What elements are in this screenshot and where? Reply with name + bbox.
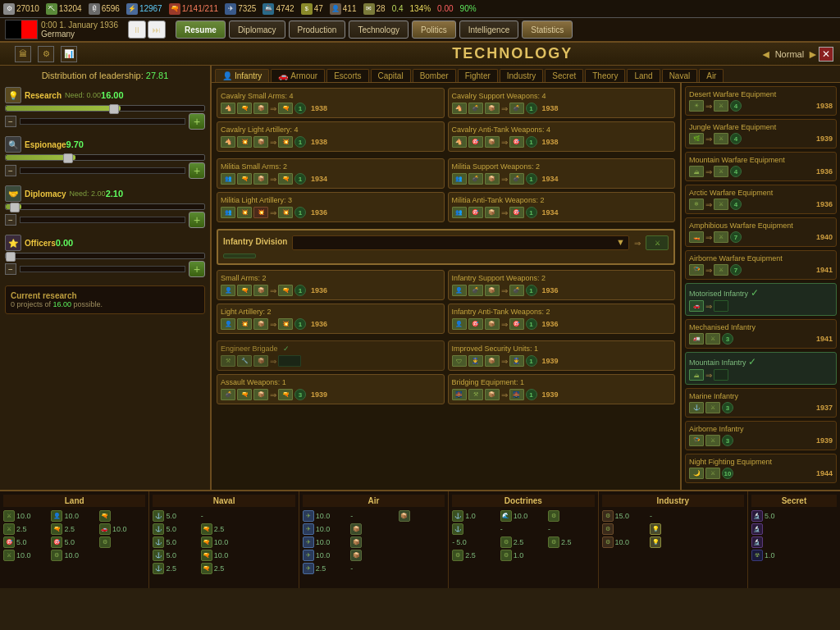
naval-item[interactable]: ⚓5.0 [153, 523, 199, 535]
land-item[interactable]: 👤10.0 [51, 510, 97, 522]
doctrine-item[interactable]: ⚓1.0 [452, 510, 498, 522]
intelligence-button[interactable]: Intelligence [459, 21, 519, 39]
cavalry-support-weapons-card[interactable]: Cavalry Support Weapons: 4 🐴 💣 📦 ⇒ 💣 1 1… [448, 88, 676, 118]
naval-item[interactable]: 🔫10.0 [201, 536, 247, 548]
diplomacy-handle[interactable] [10, 203, 20, 212]
industry-item[interactable] [697, 523, 743, 535]
naval-item[interactable] [249, 536, 294, 548]
cavalry-small-arms-card[interactable]: Cavalry Small Arms: 4 🐴 🔫 📦 ⇒ 🔫 1 1938 [217, 88, 445, 118]
militia-support-weapons-card[interactable]: Militia Support Weapons: 2 👥 💣 📦 ⇒ 💣 1 1… [448, 158, 676, 189]
research-minus-btn[interactable]: − [5, 116, 16, 127]
assault-weapons-card[interactable]: Assault Weapons: 1 💣 🔫 📦 ⇒ 🔫 3 1939 [217, 374, 445, 404]
pause-button[interactable]: ⏸ [128, 21, 146, 39]
secret-item[interactable]: ☢1.0 [751, 550, 793, 561]
land-item[interactable]: 🚗10.0 [99, 523, 145, 535]
naval-item[interactable] [249, 510, 294, 522]
research-handle[interactable] [109, 104, 119, 114]
secret-item[interactable]: 🔬 [751, 523, 793, 535]
marine-infantry-item[interactable]: Marine Infantry ⚓ ⚔ 3 1937 [685, 388, 837, 418]
tech-icon-btn[interactable]: 🏛 [15, 46, 31, 62]
land-item[interactable]: 🎯5.0 [3, 536, 49, 548]
naval-item[interactable]: 🔫10.0 [201, 550, 247, 561]
industry-item[interactable]: 💡 [650, 523, 696, 535]
step-button[interactable]: ⏭ [148, 21, 166, 39]
secret-item[interactable]: 🔬5.0 [751, 510, 793, 522]
arctic-warfare-item[interactable]: Arctic Warfare Equipment ❄ ⇒ ⚔ 4 1936 [685, 185, 837, 214]
air-item[interactable]: ✈10.0 [303, 536, 349, 548]
espionage-slider-track[interactable] [20, 167, 185, 174]
officers-slider-track[interactable] [20, 266, 185, 272]
land-item[interactable]: 🎯5.0 [51, 536, 97, 548]
doctrine-item[interactable]: - [548, 523, 594, 535]
small-arms-card[interactable]: Small Arms: 2 👤 🔫 📦 ⇒ 🔫 1 1936 [217, 270, 445, 300]
mountain-infantry-item[interactable]: Mountain Infantry ✓ ⛰ ⇒ [685, 352, 837, 385]
desert-warfare-item[interactable]: Desert Warfare Equipment ☀ ⇒ ⚔ 4 1938 [685, 86, 837, 116]
naval-item[interactable]: ⚓2.5 [153, 563, 199, 574]
industry-item[interactable]: ⚙ [602, 523, 648, 535]
doctrine-item[interactable]: ⚙2.5 [452, 550, 498, 561]
air-item[interactable]: 📦 [350, 536, 396, 548]
mountain-warfare-item[interactable]: Mountain Warfare Equipment ⛰ ⇒ ⚔ 4 1936 [685, 152, 837, 181]
tab-naval[interactable]: Naval [662, 69, 698, 82]
officers-handle[interactable] [6, 252, 16, 262]
division-dropdown[interactable]: ▼ [292, 235, 629, 250]
tab-air[interactable]: Air [699, 69, 724, 82]
officers-minus-btn[interactable]: − [5, 263, 16, 275]
air-item[interactable]: - [350, 563, 396, 574]
infantry-division-card[interactable]: Infantry Division ▼ ⇒ ⚔ [217, 229, 675, 265]
air-item[interactable] [399, 550, 445, 561]
secret-item[interactable] [795, 536, 837, 548]
naval-item[interactable] [249, 550, 294, 561]
industry-item[interactable]: ⚙15.0 [602, 510, 648, 522]
militia-small-arms-card[interactable]: Militia Small Arms: 2 👥 🔫 📦 ⇒ 🔫 1 1934 [217, 158, 445, 189]
officers-plus-btn[interactable]: + [189, 261, 205, 277]
production-button[interactable]: Production [289, 21, 346, 39]
land-item[interactable]: ⚔10.0 [3, 510, 49, 522]
militia-light-artillery-card[interactable]: Militia Light Artillery: 3 👥 💥 💥 ⇒ 💥 1 1… [217, 192, 445, 222]
naval-item[interactable]: ⚓5.0 [153, 550, 199, 561]
doctrine-item[interactable]: ⚙2.5 [500, 536, 546, 548]
land-item[interactable]: 🔫 [99, 510, 145, 522]
doctrine-item[interactable]: 🌊10.0 [500, 510, 546, 522]
airborne-infantry-item[interactable]: Airborne Infantry 🪂 ⚔ 3 1939 [685, 421, 837, 450]
naval-item[interactable]: - [201, 510, 247, 522]
air-item[interactable] [399, 523, 445, 535]
land-item[interactable]: ⚔10.0 [3, 550, 49, 561]
naval-item[interactable]: 🔫2.5 [201, 523, 247, 535]
air-item[interactable] [399, 536, 445, 548]
militia-antitank-card[interactable]: Militia Anti-Tank Weapons: 2 👥 🎯 📦 ⇒ 🎯 1… [448, 192, 676, 222]
air-item[interactable]: 📦 [350, 523, 396, 535]
resume-button[interactable]: Resume [176, 21, 226, 39]
tab-land[interactable]: Land [627, 69, 660, 82]
tech-settings-btn[interactable]: ⚙ [38, 46, 54, 62]
politics-button[interactable]: Politics [412, 21, 456, 39]
secret-item[interactable] [795, 523, 837, 535]
naval-item[interactable] [249, 523, 294, 535]
naval-item[interactable]: ⚓5.0 [153, 536, 199, 548]
mode-prev-arrow[interactable]: ◄ [760, 48, 772, 61]
statistics-button[interactable]: Statistics [522, 21, 573, 39]
tab-escorts[interactable]: Escorts [326, 69, 368, 82]
diplomacy-button[interactable]: Diplomacy [229, 21, 285, 39]
industry-item[interactable]: - [650, 510, 696, 522]
night-fighting-item[interactable]: Night Fighting Equipment 🌙 ⚔ 10 1944 [685, 454, 837, 483]
land-item[interactable]: ⚙10.0 [51, 550, 97, 561]
air-item[interactable]: - [350, 510, 396, 522]
air-item[interactable]: ✈10.0 [303, 523, 349, 535]
light-artillery-card[interactable]: Light Artillery: 2 👤 💥 📦 ⇒ 💥 1 1936 [217, 304, 445, 334]
tab-secret[interactable]: Secret [545, 69, 583, 82]
tab-theory[interactable]: Theory [585, 69, 625, 82]
close-button[interactable]: ✕ [819, 47, 833, 62]
research-slider-track[interactable] [20, 118, 185, 125]
industry-item[interactable] [697, 510, 743, 522]
motorised-infantry-item[interactable]: Motorised Infantry ✓ 🚗 ⇒ [685, 283, 837, 316]
industry-item[interactable]: ⚙10.0 [602, 536, 648, 548]
tab-infantry[interactable]: 👤Infantry [215, 69, 269, 82]
security-units-card[interactable]: Improved Security Units: 1 🛡 👮 📦 ⇒ 👮 1 1… [448, 340, 676, 371]
air-item[interactable]: ✈10.0 [303, 510, 349, 522]
tab-bomber[interactable]: Bomber [413, 69, 456, 82]
espionage-minus-btn[interactable]: − [5, 165, 16, 176]
air-item[interactable]: ✈2.5 [303, 563, 349, 574]
air-item[interactable]: 📦 [350, 550, 396, 561]
doctrine-item[interactable]: ⚓ [452, 523, 498, 535]
